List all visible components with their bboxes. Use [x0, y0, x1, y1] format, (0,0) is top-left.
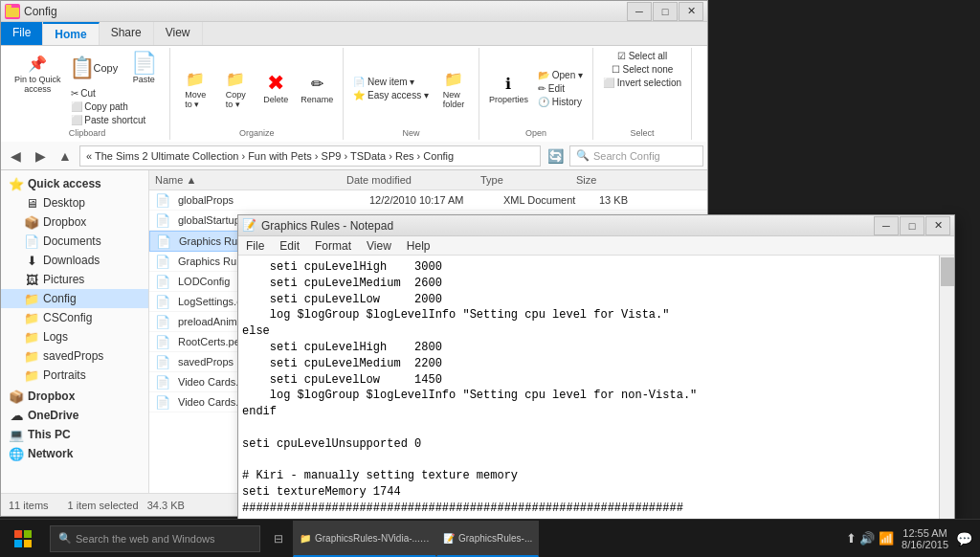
tab-share[interactable]: Share — [100, 22, 154, 45]
history-button[interactable]: 🕐 History — [534, 96, 587, 108]
file-name: globalProps — [172, 192, 364, 208]
sidebar-item-downloads[interactable]: ⬇ Downloads — [1, 251, 148, 270]
portraits-icon: 📁 — [24, 368, 39, 383]
menu-view[interactable]: View — [359, 237, 399, 255]
select-none-button[interactable]: ☐ Select none — [608, 63, 678, 76]
task-view-button[interactable]: ⊟ — [264, 521, 293, 557]
notepad-title-text: Graphics Rules - Notepad — [261, 219, 874, 233]
new-group: 📄 New item ▾ ⭐ Easy access ▾ 📁 Newfolder… — [344, 48, 479, 140]
tab-file[interactable]: File — [1, 22, 43, 45]
sidebar-item-quick-access[interactable]: ⭐ Quick access — [1, 174, 148, 193]
col-date: Date modified — [341, 172, 475, 188]
explorer-window-controls: ─ □ ✕ — [627, 2, 703, 21]
cut-button[interactable]: ✂ Cut — [67, 87, 165, 100]
start-button[interactable] — [0, 520, 46, 558]
address-path[interactable]: « The Sims 2 Ultimate Collection › Fun w… — [79, 145, 541, 167]
sidebar-item-dropbox[interactable]: 📦 Dropbox — [1, 212, 148, 232]
notepad-controls: ─ □ ✕ — [874, 216, 950, 235]
svg-rect-2 — [14, 530, 22, 538]
delete-button[interactable]: ✖ Delete — [256, 70, 295, 106]
col-type: Type — [475, 172, 570, 188]
explorer-title-text: Config — [24, 5, 627, 18]
item-count: 11 items — [9, 500, 49, 511]
copy-button[interactable]: 📋 Copy — [67, 53, 122, 83]
file-icon: 📄 — [153, 332, 172, 351]
taskbar-search[interactable]: 🔍 Search the web and Windows — [50, 525, 260, 552]
file-list-header: Name ▲ Date modified Type Size — [149, 170, 707, 190]
select-all-button[interactable]: ☑ Select all — [613, 50, 671, 62]
rename-icon: ✏ — [305, 72, 328, 95]
select-label: Select — [631, 128, 655, 138]
copy-path-button[interactable]: ⬜ Copy path — [67, 100, 165, 113]
system-clock[interactable]: 12:55 AM 8/16/2015 — [902, 527, 948, 550]
sidebar-item-this-pc[interactable]: 💻 This PC — [1, 425, 148, 444]
notepad-content: seti cpuLevelHigh 3000 seti cpuLevelMedi… — [238, 256, 954, 520]
back-button[interactable]: ◀ — [5, 145, 26, 167]
file-row[interactable]: 📄 globalProps 12/2/2010 10:17 AM XML Doc… — [149, 190, 707, 211]
menu-format[interactable]: Format — [307, 237, 359, 255]
sidebar-item-onedrive[interactable]: ☁ OneDrive — [1, 406, 148, 425]
logs-icon: 📁 — [24, 329, 39, 345]
copy-to-button[interactable]: 📁 Copyto ▾ — [216, 65, 255, 111]
network-icon: 🌐 — [9, 446, 24, 461]
new-folder-button[interactable]: 📁 Newfolder — [434, 65, 473, 111]
tray-icons: ⬆ 🔊 📶 — [846, 531, 894, 546]
rename-button[interactable]: ✏ Rename — [297, 70, 337, 106]
sidebar-item-config[interactable]: 📁 Config — [1, 289, 148, 308]
sidebar-item-dropbox2[interactable]: 📦 Dropbox — [1, 387, 148, 406]
properties-button[interactable]: ℹ Properties — [485, 70, 532, 106]
pin-to-quickaccess-button[interactable]: 📌 Pin to Quickaccess — [11, 50, 65, 96]
search-icon: 🔍 — [58, 532, 72, 545]
sidebar-item-pictures[interactable]: 🖼 Pictures — [1, 270, 148, 289]
sidebar-item-desktop[interactable]: 🖥 Desktop — [1, 193, 148, 212]
taskbar-btn-explorer[interactable]: 📁 GraphicsRules-NVidia-...rar — [293, 521, 436, 557]
edit-button[interactable]: ✏ Edit — [534, 82, 587, 95]
taskbar-btn-notepad[interactable]: 📝 GraphicsRules-... — [436, 521, 539, 557]
config-folder-icon: 📁 — [24, 291, 39, 306]
search-box[interactable]: 🔍 Search Config — [569, 145, 703, 167]
notepad-text[interactable]: seti cpuLevelHigh 3000 seti cpuLevelMedi… — [242, 259, 950, 520]
invert-selection-button[interactable]: ⬜ Invert selection — [599, 77, 685, 89]
forward-button[interactable]: ▶ — [30, 145, 51, 167]
open-button[interactable]: 📂 Open ▾ — [534, 69, 587, 81]
notification-icon[interactable]: 💬 — [956, 531, 972, 546]
maximize-button[interactable]: □ — [653, 2, 678, 21]
paste-button[interactable]: 📄 Paste — [123, 50, 164, 86]
up-button[interactable]: ▲ — [55, 145, 76, 167]
easy-access-button[interactable]: ⭐ Easy access ▾ — [349, 89, 433, 101]
copy-icon: 📋 — [71, 56, 94, 79]
vertical-scrollbar[interactable] — [939, 256, 954, 520]
paste-icon: 📄 — [132, 52, 155, 75]
new-item-button[interactable]: 📄 New item ▾ — [349, 76, 433, 88]
notepad-icon: 📝 — [242, 218, 257, 234]
sidebar-item-documents[interactable]: 📄 Documents — [1, 232, 148, 251]
paste-shortcut-button[interactable]: ⬜ Paste shortcut — [67, 114, 165, 126]
sidebar-item-savedprops[interactable]: 📁 savedProps — [1, 346, 148, 366]
sidebar-item-logs[interactable]: 📁 Logs — [1, 327, 148, 346]
menu-file[interactable]: File — [238, 237, 272, 255]
sidebar-item-portraits[interactable]: 📁 Portraits — [1, 366, 148, 385]
selected-info: 1 item selected 34.3 KB — [68, 500, 185, 511]
file-type: XML Document — [498, 192, 593, 208]
menu-edit[interactable]: Edit — [272, 237, 307, 255]
pin-icon: 📌 — [26, 52, 49, 75]
file-icon: 📄 — [153, 252, 172, 271]
file-icon: 📄 — [153, 211, 172, 230]
sidebar-item-network[interactable]: 🌐 Network — [1, 444, 148, 463]
open-label: Open — [525, 128, 546, 138]
menu-help[interactable]: Help — [399, 237, 438, 255]
sidebar-item-csconfig[interactable]: 📁 CSConfig — [1, 308, 148, 327]
col-name: Name ▲ — [149, 172, 341, 188]
minimize-button[interactable]: ─ — [627, 2, 652, 21]
move-to-button[interactable]: 📁 Moveto ▾ — [176, 65, 214, 111]
tab-view[interactable]: View — [154, 22, 203, 45]
notepad-taskbar-label: GraphicsRules-... — [458, 533, 532, 544]
notepad-close[interactable]: ✕ — [925, 216, 950, 235]
notepad-maximize[interactable]: □ — [900, 216, 924, 235]
notepad-minimize[interactable]: ─ — [874, 216, 899, 235]
notepad-titlebar: 📝 Graphics Rules - Notepad ─ □ ✕ — [238, 215, 954, 236]
refresh-button[interactable]: 🔄 — [545, 145, 566, 167]
tab-home[interactable]: Home — [43, 22, 99, 45]
scrollbar-thumb[interactable] — [941, 257, 954, 286]
close-button[interactable]: ✕ — [679, 2, 703, 21]
